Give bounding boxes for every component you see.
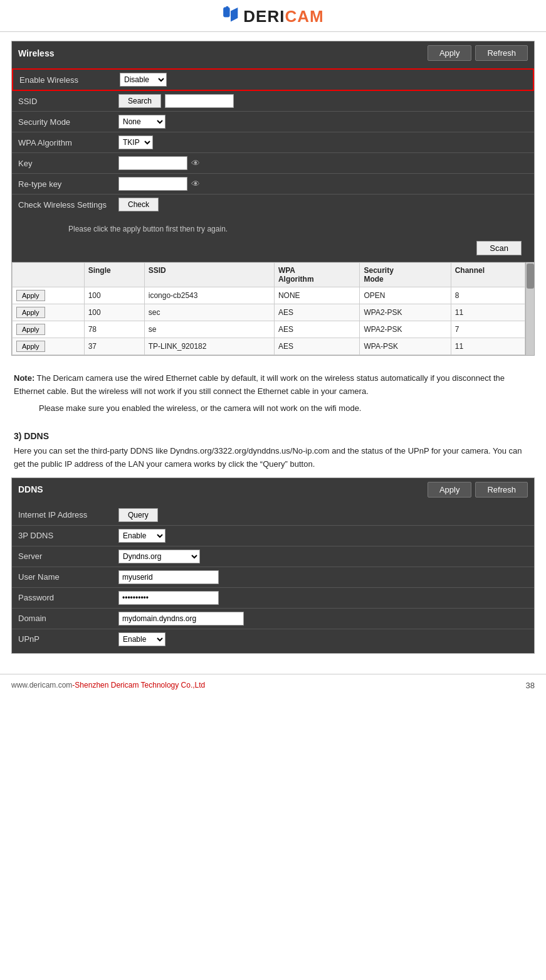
password-row: Password	[12, 588, 534, 609]
ddns-panel-buttons: Apply Refresh	[428, 482, 528, 498]
logo-icon	[222, 6, 239, 26]
note-paragraph-1: Note: The Dericam camera use the wired E…	[14, 372, 532, 398]
wifi-row-3-single: 78	[84, 321, 144, 338]
col-channel: Channel	[451, 263, 525, 287]
footer-company: Shenzhen Dericam Technology Co.,Ltd	[75, 681, 205, 690]
security-mode-select[interactable]: None WPA-PSK WPA2-PSK	[118, 115, 165, 129]
wifi-row-1-ssid: icongo-cb2543	[144, 287, 274, 304]
wifi-row-1: Apply 100 icongo-cb2543 NONE OPEN 8	[13, 287, 525, 304]
server-row: Server Dyndns.org 3322.org No-ip.com	[12, 546, 534, 567]
username-input[interactable]	[118, 570, 219, 584]
wifi-table-scrollbar[interactable]	[525, 262, 534, 355]
col-action	[13, 263, 85, 287]
wifi-table-container: Single SSID WPAAlgorithm SecurityMode Ch…	[12, 262, 534, 355]
upnp-select[interactable]: Enable Disable	[118, 632, 165, 646]
domain-label: Domain	[18, 614, 118, 623]
ddns-apply-button[interactable]: Apply	[428, 482, 472, 498]
wifi-row-4-wpa: AES	[274, 338, 360, 355]
note-text-1: The Dericam camera use the wired Etherne…	[14, 373, 505, 396]
key-input[interactable]	[118, 156, 187, 170]
note-section: Note: The Dericam camera use the wired E…	[11, 363, 535, 425]
username-row: User Name	[12, 567, 534, 588]
col-wpa: WPAAlgorithm	[274, 263, 360, 287]
wifi-row-4-channel: 11	[451, 338, 525, 355]
ssid-row: SSID Search	[12, 91, 534, 112]
key-control: 👁	[118, 156, 200, 170]
query-button[interactable]: Query	[118, 508, 158, 522]
enable-wireless-control: Disable Enable	[120, 73, 167, 87]
wireless-form-body: Enable Wireless Disable Enable SSID Sear…	[12, 65, 534, 218]
wifi-row-2-single: 100	[84, 304, 144, 321]
wifi-row-1-wpa: NONE	[274, 287, 360, 304]
scan-button[interactable]: Scan	[476, 241, 522, 255]
check-wireless-label: Check Wireless Settings	[18, 200, 118, 210]
key-label: Key	[18, 159, 118, 168]
ssid-search-button[interactable]: Search	[118, 94, 161, 108]
wifi-row-1-single: 100	[84, 287, 144, 304]
col-single: Single	[84, 263, 144, 287]
internet-ip-row: Internet IP Address Query	[12, 505, 534, 526]
retype-key-eye-icon[interactable]: 👁	[191, 179, 200, 189]
footer-url: www.dericam.com-Shenzhen Dericam Technol…	[11, 681, 205, 690]
retype-key-control: 👁	[118, 177, 200, 191]
key-eye-icon[interactable]: 👁	[191, 158, 200, 168]
wifi-row-1-channel: 8	[451, 287, 525, 304]
password-control	[118, 591, 219, 605]
wireless-panel-header: Wireless Apply Refresh	[12, 41, 534, 65]
ddns-3p-select[interactable]: Enable Disable	[118, 529, 165, 543]
wifi-table: Single SSID WPAAlgorithm SecurityMode Ch…	[12, 262, 525, 355]
wifi-apply-btn-1[interactable]: Apply	[16, 290, 45, 301]
wifi-apply-btn-2[interactable]: Apply	[16, 307, 45, 318]
password-input[interactable]	[118, 591, 219, 605]
wifi-apply-btn-3[interactable]: Apply	[16, 324, 45, 335]
col-security: SecurityMode	[360, 263, 451, 287]
wifi-row-2-ssid: sec	[144, 304, 274, 321]
enable-wireless-select[interactable]: Disable Enable	[120, 73, 167, 87]
ssid-input[interactable]	[165, 94, 234, 108]
wpa-algorithm-row: WPA Algorithm TKIP AES	[12, 132, 534, 153]
ssid-control: Search	[118, 94, 234, 108]
ddns-heading: 3) DDNS	[14, 431, 532, 441]
domain-row: Domain	[12, 609, 534, 629]
ddns-form-body: Internet IP Address Query 3P DDNS Enable…	[12, 501, 534, 653]
wifi-row-4-ssid: TP-LINK_920182	[144, 338, 274, 355]
wifi-row-1-security: OPEN	[360, 287, 451, 304]
footer-page-number: 38	[526, 681, 535, 690]
main-content: Wireless Apply Refresh Enable Wireless D…	[0, 32, 546, 668]
enable-wireless-row: Enable Wireless Disable Enable	[12, 68, 534, 91]
wireless-panel: Wireless Apply Refresh Enable Wireless D…	[11, 41, 535, 356]
wpa-algorithm-select[interactable]: TKIP AES	[118, 136, 153, 149]
wireless-apply-button[interactable]: Apply	[428, 45, 472, 61]
wifi-row-3-channel: 7	[451, 321, 525, 338]
wifi-row-3: Apply 78 se AES WPA2-PSK 7	[13, 321, 525, 338]
check-wireless-control: Check	[118, 198, 159, 211]
enable-wireless-label: Enable Wireless	[19, 75, 120, 85]
key-row: Key 👁	[12, 153, 534, 174]
scan-area: Please click the apply button first then…	[12, 218, 534, 262]
ddns-panel-header: DDNS Apply Refresh	[12, 478, 534, 501]
server-label: Server	[18, 551, 118, 561]
wifi-row-2-apply: Apply	[13, 304, 85, 321]
ddns-3p-control: Enable Disable	[118, 529, 165, 543]
wifi-row-4-single: 37	[84, 338, 144, 355]
wifi-row-3-wpa: AES	[274, 321, 360, 338]
wifi-apply-btn-4[interactable]: Apply	[16, 341, 45, 352]
server-control: Dyndns.org 3322.org No-ip.com	[118, 550, 200, 563]
check-wireless-button[interactable]: Check	[118, 198, 159, 211]
ddns-refresh-button[interactable]: Refresh	[475, 482, 528, 498]
scan-info-text: Please click the apply button first then…	[18, 222, 528, 238]
retype-key-input[interactable]	[118, 177, 187, 191]
wireless-panel-title: Wireless	[18, 48, 54, 58]
col-ssid: SSID	[144, 263, 274, 287]
note-paragraph-2: Please make sure you enabled the wireles…	[39, 402, 532, 415]
server-select[interactable]: Dyndns.org 3322.org No-ip.com	[118, 550, 200, 563]
domain-control	[118, 612, 244, 626]
wireless-refresh-button[interactable]: Refresh	[475, 45, 528, 61]
domain-input[interactable]	[118, 612, 244, 626]
upnp-control: Enable Disable	[118, 632, 165, 646]
ddns-3p-row: 3P DDNS Enable Disable	[12, 526, 534, 546]
wifi-table-scroll: Single SSID WPAAlgorithm SecurityMode Ch…	[12, 262, 525, 355]
check-wireless-row: Check Wireless Settings Check	[12, 194, 534, 215]
wifi-row-4: Apply 37 TP-LINK_920182 AES WPA-PSK 11	[13, 338, 525, 355]
username-label: User Name	[18, 572, 118, 582]
